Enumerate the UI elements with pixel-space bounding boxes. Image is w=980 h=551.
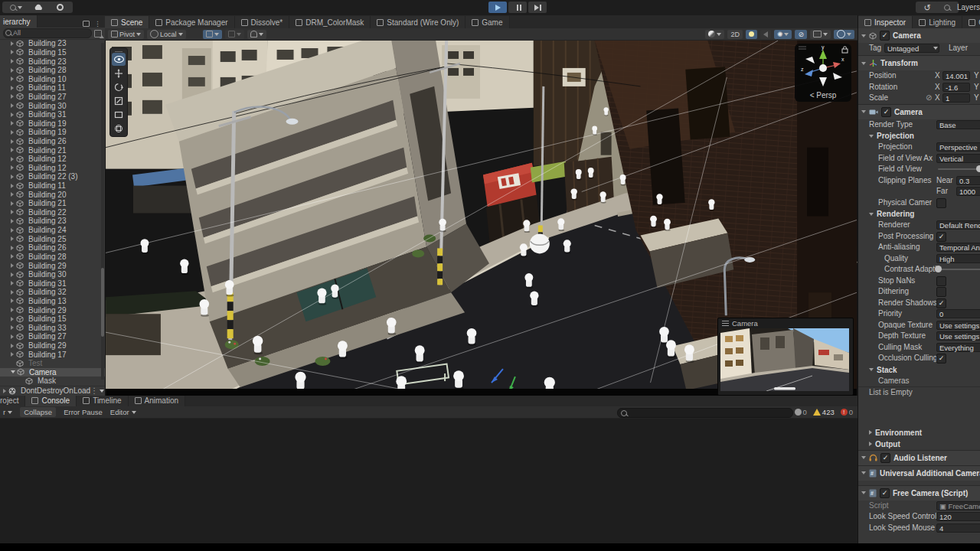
hierarchy-item-building[interactable]: Building 31 <box>0 110 105 119</box>
hierarchy-item-building[interactable]: Building 22 <box>0 208 105 217</box>
expand-arrow-icon[interactable] <box>11 317 14 321</box>
expand-arrow-icon[interactable] <box>11 68 14 73</box>
y-axis-cone[interactable] <box>819 50 827 59</box>
shading-mode-dropdown[interactable] <box>705 30 724 39</box>
hierarchy-item-building[interactable]: Building 11 <box>0 83 105 93</box>
collapse-button[interactable]: Collapse <box>20 407 56 417</box>
foldout-output[interactable]: Output <box>858 439 980 450</box>
transform-tool-button[interactable] <box>112 122 126 135</box>
gizmos-dropdown[interactable] <box>834 30 854 39</box>
kebab-menu-icon[interactable]: ⋮ <box>90 386 100 395</box>
value-field[interactable]: Default Rende <box>936 220 980 230</box>
value-field[interactable]: 4 <box>936 523 980 533</box>
expand-arrow-icon[interactable] <box>11 165 14 170</box>
hierarchy-item-building[interactable]: Building 23 <box>0 39 105 48</box>
hierarchy-item-building[interactable]: Building 31 <box>0 279 105 288</box>
value-field[interactable]: 120 <box>936 512 980 521</box>
step-button[interactable] <box>528 2 547 13</box>
gameobject-header[interactable]: ✓Camera <box>858 28 980 43</box>
expand-arrow-icon[interactable] <box>11 352 14 357</box>
layers-dropdown[interactable]: Layers <box>957 2 980 13</box>
tab-scene[interactable]: Scene <box>105 16 149 28</box>
expand-arrow-icon[interactable] <box>11 192 14 197</box>
expand-arrow-icon[interactable] <box>11 325 14 330</box>
tab-standard-wire-only-[interactable]: Standard (Wire Only) <box>371 16 466 28</box>
hierarchy-item-building[interactable]: Building 25 <box>0 234 105 243</box>
active-checkbox[interactable]: ✓ <box>880 31 890 41</box>
neg-x-cone[interactable] <box>805 57 815 64</box>
tab-package-manager[interactable]: Package Manager <box>149 16 234 28</box>
2d-toggle[interactable]: 2D <box>727 30 743 39</box>
pivot-dropdown[interactable]: Pivot <box>108 30 144 39</box>
foldout-arrow-icon[interactable] <box>861 110 866 113</box>
hierarchy-item-building[interactable]: Building 10 <box>0 74 105 83</box>
expand-arrow-icon[interactable] <box>11 210 14 214</box>
expand-arrow-icon[interactable] <box>11 103 14 108</box>
expand-arrow-icon[interactable] <box>11 86 14 90</box>
hierarchy-item-dontdestroyonload[interactable]: DontDestroyOnLoad⋮ <box>0 386 105 396</box>
foldout-rendering[interactable]: Rendering <box>858 208 980 220</box>
magnet-snap-dropdown[interactable] <box>247 30 266 39</box>
expand-arrow-icon[interactable] <box>11 50 14 54</box>
foldout-projection[interactable]: Projection <box>858 130 980 142</box>
hierarchy-item-building[interactable]: Building 29 <box>0 261 105 270</box>
script-field[interactable]: ▣ FreeCamera <box>936 501 980 510</box>
expand-arrow-icon[interactable] <box>11 94 14 99</box>
hierarchy-search-input[interactable]: All <box>3 28 92 38</box>
checkbox[interactable] <box>936 198 946 208</box>
console-search-input[interactable] <box>617 408 793 418</box>
foldout-arrow-icon[interactable] <box>869 213 874 216</box>
neg-y-cone[interactable] <box>819 77 827 86</box>
value-field[interactable]: Use settings f <box>936 331 980 341</box>
tab-roject[interactable]: roject <box>0 396 25 406</box>
expand-arrow-icon[interactable] <box>11 77 14 81</box>
checkbox[interactable] <box>936 276 946 286</box>
foldout-arrow-icon[interactable] <box>869 135 874 138</box>
tab-console[interactable]: Console <box>25 396 77 406</box>
hierarchy-item-building[interactable]: Building 27 <box>0 93 105 102</box>
target-button[interactable] <box>47 2 73 13</box>
value-field[interactable]: Use settings f <box>936 321 980 330</box>
scene-lighting-toggle[interactable] <box>746 30 757 39</box>
expand-arrow-icon[interactable] <box>11 201 14 206</box>
foldout-arrow-icon[interactable] <box>861 456 866 459</box>
value-field[interactable]: Vertical <box>936 154 980 163</box>
move-tool-button[interactable] <box>112 67 126 80</box>
hierarchy-item-building[interactable]: Building 21 <box>0 145 105 155</box>
local-dropdown[interactable]: Local <box>147 30 186 39</box>
expand-arrow-icon[interactable] <box>11 228 14 233</box>
scene-audio-toggle[interactable] <box>760 30 771 39</box>
hierarchy-item-building[interactable]: Building 15 <box>0 315 105 324</box>
component-header-free-camera-script-[interactable]: #✓Free Camera (Script) <box>858 485 980 500</box>
expand-arrow-icon[interactable] <box>11 148 14 152</box>
pause-button[interactable] <box>508 2 527 13</box>
expand-arrow-icon[interactable] <box>11 130 14 135</box>
expand-arrow-icon[interactable] <box>11 298 14 303</box>
hierarchy-item-building[interactable]: Building 30 <box>0 270 105 279</box>
play-button[interactable] <box>488 2 507 13</box>
hierarchy-item-building[interactable]: Building 20 <box>0 190 105 199</box>
foldout-arrow-icon[interactable] <box>861 62 866 65</box>
persp-label[interactable]: < Persp <box>795 91 851 99</box>
expand-arrow-icon[interactable] <box>11 174 14 179</box>
enabled-checkbox[interactable]: ✓ <box>880 453 890 463</box>
hierarchy-item-building[interactable]: Building 23 <box>0 57 105 66</box>
checkbox[interactable]: ✓ <box>936 354 946 364</box>
tab-game[interactable]: Game <box>466 16 509 28</box>
enabled-checkbox[interactable]: ✓ <box>881 107 891 117</box>
value-field[interactable]: 0 <box>936 309 980 318</box>
value-field[interactable]: Base <box>936 120 980 129</box>
tab-drm-colormask[interactable]: DRM_ColorMask <box>289 16 371 28</box>
hierarchy-item-building[interactable]: Building 28 <box>0 66 105 75</box>
neg-z-cone[interactable] <box>833 73 842 80</box>
expand-arrow-icon[interactable] <box>11 184 14 188</box>
hierarchy-item-building[interactable]: Building 11 <box>0 181 105 191</box>
hierarchy-item-building[interactable]: Building 12 <box>0 155 105 164</box>
slider-track[interactable] <box>938 168 980 170</box>
expand-arrow-icon[interactable] <box>11 246 14 250</box>
value-field[interactable]: High <box>936 254 980 263</box>
foldout-arrow-icon[interactable] <box>869 430 872 435</box>
value-field[interactable]: 0.3 <box>956 176 980 185</box>
expand-arrow-icon[interactable] <box>11 344 14 348</box>
hierarchy-item-building[interactable]: Building 15 <box>0 48 105 57</box>
